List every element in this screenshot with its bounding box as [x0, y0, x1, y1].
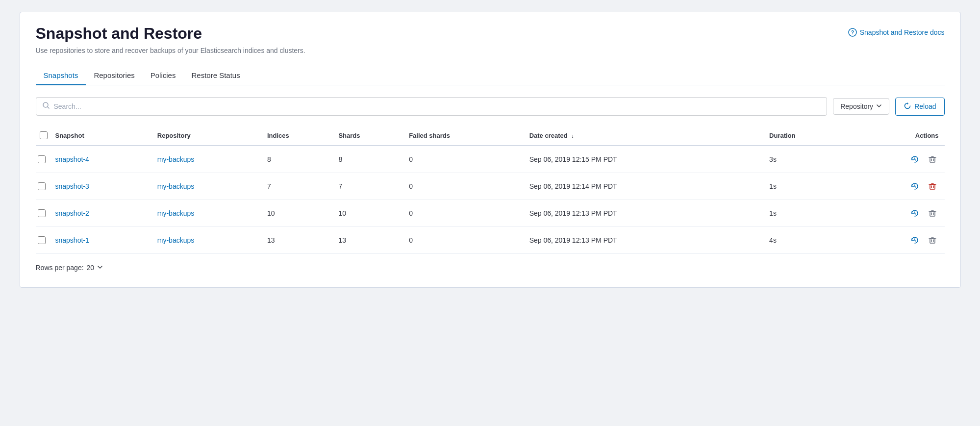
row-duration: 4s	[769, 227, 852, 254]
rows-per-page-value: 20	[87, 264, 95, 272]
row-actions	[852, 180, 939, 193]
row-actions	[852, 207, 939, 220]
col-header-duration: Duration	[769, 125, 852, 146]
repository-dropdown-label: Repository	[840, 102, 873, 110]
reload-button-label: Reload	[914, 102, 936, 110]
rows-per-page-chevron-icon	[97, 264, 103, 272]
col-header-date-created[interactable]: Date created ↓	[529, 125, 769, 146]
search-input[interactable]	[54, 102, 821, 110]
row-failed-shards: 0	[409, 227, 529, 254]
row-checkbox-3[interactable]	[38, 236, 46, 244]
row-indices: 7	[267, 173, 339, 200]
svg-line-12	[915, 186, 916, 187]
row-date-created: Sep 06, 2019 12:15 PM PDT	[529, 146, 769, 173]
col-header-actions: Actions	[852, 125, 945, 146]
reload-button[interactable]: Reload	[895, 98, 944, 116]
svg-line-19	[915, 213, 916, 214]
row-indices: 10	[267, 200, 339, 227]
restore-button-0[interactable]	[908, 153, 921, 166]
col-header-repository: Repository	[157, 125, 267, 146]
toolbar: Repository Reload	[36, 97, 945, 116]
book-icon: ?	[848, 28, 857, 37]
row-actions	[852, 234, 939, 247]
row-snapshot-name[interactable]: snapshot-3	[55, 173, 157, 200]
col-header-indices: Indices	[267, 125, 339, 146]
row-repository-name[interactable]: my-backups	[157, 200, 267, 227]
svg-rect-20	[930, 211, 935, 216]
col-header-shards: Shards	[338, 125, 409, 146]
row-indices: 8	[267, 146, 339, 173]
row-checkbox-cell	[36, 227, 55, 254]
restore-button-1[interactable]	[908, 180, 921, 193]
row-snapshot-name[interactable]: snapshot-2	[55, 200, 157, 227]
row-shards: 8	[338, 146, 409, 173]
row-checkbox-2[interactable]	[38, 209, 46, 217]
repository-dropdown[interactable]: Repository	[833, 98, 889, 115]
page-subtitle: Use repositories to store and recover ba…	[36, 47, 305, 54]
row-date-created: Sep 06, 2019 12:14 PM PDT	[529, 173, 769, 200]
row-snapshot-name[interactable]: snapshot-4	[55, 146, 157, 173]
row-failed-shards: 0	[409, 146, 529, 173]
svg-text:?: ?	[851, 30, 854, 35]
docs-link[interactable]: ? Snapshot and Restore docs	[848, 28, 945, 37]
row-shards: 7	[338, 173, 409, 200]
row-checkbox-0[interactable]	[38, 155, 46, 163]
restore-button-3[interactable]	[908, 234, 921, 247]
row-date-created: Sep 06, 2019 12:13 PM PDT	[529, 200, 769, 227]
svg-rect-13	[930, 184, 935, 189]
chevron-down-icon	[876, 102, 882, 110]
row-repository-name[interactable]: my-backups	[157, 173, 267, 200]
row-actions	[852, 153, 939, 166]
row-checkbox-cell	[36, 146, 55, 173]
row-failed-shards: 0	[409, 173, 529, 200]
col-header-snapshot: Snapshot	[55, 125, 157, 146]
table-footer: Rows per page: 20	[36, 264, 945, 272]
row-date-created: Sep 06, 2019 12:13 PM PDT	[529, 227, 769, 254]
table-row: snapshot-3 my-backups 7 7 0 Sep 06, 2019…	[36, 173, 945, 200]
row-repository-name[interactable]: my-backups	[157, 227, 267, 254]
tab-snapshots[interactable]: Snapshots	[36, 66, 86, 85]
svg-line-26	[915, 240, 916, 241]
svg-rect-6	[930, 157, 935, 162]
row-duration: 1s	[769, 173, 852, 200]
delete-button-2[interactable]	[926, 207, 939, 220]
row-checkbox-1[interactable]	[38, 182, 46, 190]
row-snapshot-name[interactable]: snapshot-1	[55, 227, 157, 254]
tabs-row: Snapshots Repositories Policies Restore …	[36, 66, 945, 85]
row-checkbox-cell	[36, 173, 55, 200]
row-duration: 1s	[769, 200, 852, 227]
row-shards: 13	[338, 227, 409, 254]
delete-button-1[interactable]	[926, 180, 939, 193]
col-header-checkbox	[36, 125, 55, 146]
select-all-checkbox[interactable]	[40, 131, 48, 139]
row-failed-shards: 0	[409, 200, 529, 227]
row-checkbox-cell	[36, 200, 55, 227]
row-duration: 3s	[769, 146, 852, 173]
svg-line-5	[915, 159, 916, 160]
sort-desc-icon: ↓	[571, 133, 574, 139]
rows-per-page-label: Rows per page:	[36, 264, 84, 272]
search-icon	[42, 101, 50, 111]
row-shards: 10	[338, 200, 409, 227]
table-row: snapshot-1 my-backups 13 13 0 Sep 06, 20…	[36, 227, 945, 254]
snapshot-table: Snapshot Repository Indices Shards Faile…	[36, 125, 945, 254]
svg-line-3	[47, 107, 49, 109]
table-row: snapshot-2 my-backups 10 10 0 Sep 06, 20…	[36, 200, 945, 227]
delete-button-3[interactable]	[926, 234, 939, 247]
table-row: snapshot-4 my-backups 8 8 0 Sep 06, 2019…	[36, 146, 945, 173]
restore-button-2[interactable]	[908, 207, 921, 220]
svg-rect-27	[930, 238, 935, 243]
reload-icon	[904, 102, 911, 111]
docs-link-label: Snapshot and Restore docs	[860, 28, 945, 36]
search-box	[36, 97, 828, 116]
page-title: Snapshot and Restore	[36, 24, 305, 43]
row-indices: 13	[267, 227, 339, 254]
row-repository-name[interactable]: my-backups	[157, 146, 267, 173]
tab-restore-status[interactable]: Restore Status	[183, 66, 248, 85]
tab-policies[interactable]: Policies	[143, 66, 184, 85]
tab-repositories[interactable]: Repositories	[86, 66, 142, 85]
rows-per-page-control[interactable]: Rows per page: 20	[36, 264, 103, 272]
col-header-failed-shards: Failed shards	[409, 125, 529, 146]
delete-button-0[interactable]	[926, 153, 939, 166]
